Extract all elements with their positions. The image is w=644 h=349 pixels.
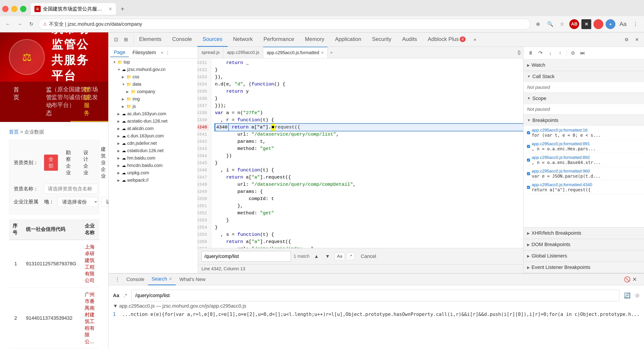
console-tab-search[interactable]: Search ✕ (148, 274, 176, 285)
pause-resume-button[interactable]: ⏸ (526, 49, 535, 58)
code-line[interactable]: return a["a"].request({ (215, 238, 523, 245)
code-line[interactable]: } (215, 217, 523, 224)
cell-company[interactable]: 上海卓研建筑工程有限公司 (81, 240, 99, 288)
breakpoint-item[interactable]: app.c295acc0.js:formatted:960 var e = JS… (524, 167, 644, 181)
line-number[interactable]: 4353 (198, 217, 209, 224)
callstack-section-header[interactable]: ▼ Call Stack (524, 71, 644, 82)
tree-item-domain-alicdn[interactable]: ▶ ☁ at.alicdn.com (108, 125, 198, 132)
extension-icon-2[interactable] (594, 19, 603, 29)
extension-icon-1[interactable]: ✕ (582, 19, 591, 29)
filter-province-select[interactable]: 请选择省份 (58, 197, 98, 207)
devtools-close-icon[interactable]: ✕ (632, 35, 641, 44)
line-number[interactable]: 4357 (198, 245, 209, 248)
tree-item-data[interactable]: ▼ 📁 data (108, 81, 198, 88)
line-number[interactable]: 4344 (198, 152, 209, 160)
filter-tag-design[interactable]: 设计企业 (79, 148, 93, 177)
pause-on-exception-button[interactable]: ⏭ (578, 49, 587, 58)
step-out-button[interactable]: ↑ (556, 49, 564, 58)
tab-audits[interactable]: Audits (397, 33, 422, 47)
line-number[interactable]: 4341 (198, 131, 209, 138)
search-icon[interactable]: 🔍 (545, 19, 555, 29)
search-down-icon[interactable]: ▼ (323, 253, 332, 260)
line-number[interactable]: 4349 (198, 188, 209, 195)
fullscreen-window-btn[interactable] (20, 6, 26, 12)
close-panel-icon[interactable]: ✕ (632, 276, 637, 282)
tree-item-domain-163[interactable]: ▶ ☁ ac.dun.163yun.com (108, 110, 198, 117)
minimize-window-btn[interactable] (11, 6, 18, 12)
line-number[interactable]: 4333 (198, 74, 209, 81)
new-tab-button[interactable]: + (118, 4, 128, 14)
code-line[interactable]: params: { (215, 188, 523, 195)
deactivate-breakpoints-button[interactable]: ⊘ (568, 49, 577, 58)
code-line[interactable]: url: "/site/login/index..." (215, 245, 523, 248)
step-over-button[interactable]: ↷ (536, 49, 545, 58)
bookmark-icon[interactable]: ☆ (557, 19, 567, 29)
editor-tab-app[interactable]: app.c295acc0.js (224, 47, 263, 58)
line-number[interactable]: 4340 (198, 124, 209, 131)
code-line[interactable]: } (215, 160, 523, 167)
filter-tag-construction[interactable]: 建筑业企业 (96, 145, 108, 181)
tree-item-domain-cstatic[interactable]: ▶ ☁ cstaticdun.126.net (108, 147, 198, 154)
step-into-button[interactable]: ↓ (546, 49, 555, 58)
line-number[interactable]: 4345 (198, 160, 209, 167)
line-number[interactable]: 4352 (198, 210, 209, 217)
code-content[interactable]: 4331433243334334433543364337433843394340… (198, 58, 523, 248)
console-result-line[interactable]: 1 ...nction e(e){for(var a,r=l,e[0],c=e[… (113, 311, 640, 318)
code-line[interactable]: return y (215, 88, 523, 95)
line-number[interactable]: 4346 (198, 167, 209, 174)
tree-item-company[interactable]: ▶ 📁 company (108, 88, 198, 95)
tree-item-domain-126[interactable]: ▶ ☁ acstatic-dun.126.net (108, 117, 198, 125)
nav-item-data[interactable]: 数据服务 (70, 82, 108, 122)
code-line[interactable]: n.d(e, "d", (function() { (215, 81, 523, 88)
file-tree-menu-icon[interactable]: ⋮ (164, 49, 171, 56)
line-number[interactable]: 4338 (198, 109, 209, 117)
match-case-icon[interactable]: Aa (113, 293, 119, 298)
breakpoint-checkbox[interactable] (527, 172, 530, 175)
breakpoint-checkbox[interactable] (527, 131, 530, 134)
tree-item-domain-webpack[interactable]: ▶ ☁ webpack:// (108, 177, 198, 184)
tree-item-domain-hmcdn[interactable]: ▶ ☁ hmcdn.baidu.com (108, 162, 198, 169)
translate-icon[interactable]: ⊕ (533, 19, 543, 29)
tab-adblock[interactable]: Adblock Plus 4 (422, 33, 471, 47)
code-line[interactable]: } (215, 224, 523, 231)
nav-item-home[interactable]: 首页 (0, 82, 33, 122)
code-line[interactable]: compId: t (215, 195, 523, 202)
tab-network[interactable]: Network (228, 33, 258, 47)
line-number[interactable]: 4351 (198, 202, 209, 210)
xhr-section-header[interactable]: ▶ XHR/fetch Breakpoints (524, 227, 644, 239)
profile-icon[interactable]: Aa (618, 21, 628, 28)
code-line[interactable]: url: "/dataservice/query/comp/compDetail… (215, 181, 523, 188)
tab-console[interactable]: Console (167, 33, 197, 47)
refresh-search-icon[interactable]: 🔄 (624, 292, 630, 299)
inspect-element-icon[interactable]: ⊡ (111, 35, 121, 45)
file-tree-tab-filesystem[interactable]: Filesystem (129, 48, 160, 57)
tab-performance[interactable]: Performance (258, 33, 300, 47)
code-line[interactable]: method: "get" (215, 145, 523, 152)
match-case-button[interactable]: Aa (334, 253, 345, 260)
tree-item-domain-c163[interactable]: ▶ ☁ c.dun.163yun.com (108, 132, 198, 140)
breadcrumb-home[interactable]: 首页 (9, 129, 19, 135)
line-number[interactable]: 4337 (198, 102, 209, 109)
code-line[interactable]: return a["a"].request({ (215, 174, 523, 181)
clear-search-icon[interactable]: ⊘ (635, 292, 640, 299)
line-number[interactable]: 4355 (198, 231, 209, 238)
more-options-icon[interactable]: ⋮ (630, 19, 640, 29)
line-number[interactable]: 4342 (198, 138, 209, 145)
code-line[interactable]: return _ (215, 59, 523, 67)
code-line[interactable]: params: t, (215, 138, 523, 145)
breakpoint-item[interactable]: app.c295acc0.js:formatted:16 for (var t,… (524, 126, 644, 140)
line-number[interactable]: 4356 (198, 238, 209, 245)
regex-button[interactable]: .* (346, 253, 354, 260)
code-line[interactable]: }) (215, 152, 523, 160)
tree-item-js[interactable]: ▶ 📁 js (108, 103, 198, 110)
search-cancel-button[interactable]: Cancel (357, 253, 380, 260)
breakpoint-item[interactable]: app.c295acc0.js:formatted:892 , n = o.a.… (524, 153, 644, 167)
tab-security[interactable]: Security (367, 33, 397, 47)
tree-item-domain-jsdelivr[interactable]: ▶ ☁ cdn.jsdelivr.net (108, 140, 198, 147)
code-line[interactable]: , i = function(t) { (215, 167, 523, 174)
tree-item-domain-hmbaidu[interactable]: ▶ ☁ hm.baidu.com (108, 154, 198, 162)
tree-item-img[interactable]: ▶ 📁 img (108, 95, 198, 103)
editor-tab-spread[interactable]: spread.js (198, 47, 224, 58)
more-tabs-icon[interactable]: » (471, 37, 479, 43)
devtools-settings-icon[interactable]: ⚙ (622, 35, 631, 44)
